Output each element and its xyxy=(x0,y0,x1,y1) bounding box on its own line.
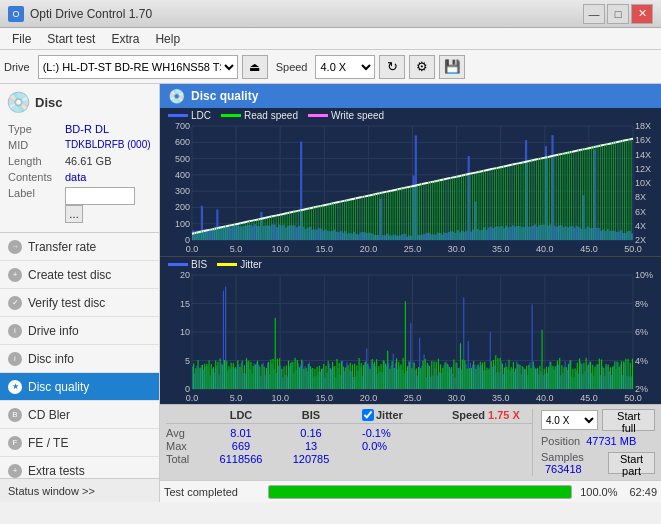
time-label: 62:49 xyxy=(629,486,657,498)
content-header-title: Disc quality xyxy=(191,89,258,103)
ldc-header: LDC xyxy=(206,409,276,421)
length-value: 46.61 GB xyxy=(65,154,151,168)
disc-quality-label: Disc quality xyxy=(28,380,89,394)
disc-quality-header-icon: 💿 xyxy=(168,88,185,104)
drive-label: Drive xyxy=(4,61,30,73)
jitter-check-container[interactable]: Jitter xyxy=(362,409,452,421)
sidebar-item-cd-bler[interactable]: B CD Bler xyxy=(0,401,159,429)
legend-bis-label: BIS xyxy=(191,259,207,270)
chart-bottom-legend: BIS Jitter xyxy=(168,259,262,270)
type-value: BD-R DL xyxy=(65,122,151,136)
legend-ldc: LDC xyxy=(168,110,211,121)
disc-info-icon: i xyxy=(8,352,22,366)
eject-button[interactable]: ⏏ xyxy=(242,55,268,79)
transfer-rate-label: Transfer rate xyxy=(28,240,96,254)
save-button[interactable]: 💾 xyxy=(439,55,465,79)
mid-label: MID xyxy=(8,138,63,152)
jitter-header: Jitter xyxy=(376,409,403,421)
drive-info-label: Drive info xyxy=(28,324,79,338)
menu-start-test[interactable]: Start test xyxy=(39,30,103,48)
verify-test-disc-icon: ✓ xyxy=(8,296,22,310)
sidebar-item-fe-te[interactable]: F FE / TE xyxy=(0,429,159,457)
cd-bler-label: CD Bler xyxy=(28,408,70,422)
label-label: Label xyxy=(8,186,63,224)
sidebar-item-disc-info[interactable]: i Disc info xyxy=(0,345,159,373)
stats-right-panel: 4.0 X Start full Position 47731 MB Sampl… xyxy=(532,409,655,476)
legend-jitter: Jitter xyxy=(217,259,262,270)
avg-label: Avg xyxy=(166,427,206,439)
sidebar-item-create-test-disc[interactable]: + Create test disc xyxy=(0,261,159,289)
progress-label: 100.0% xyxy=(580,486,617,498)
title-bar: O Opti Drive Control 1.70 — □ ✕ xyxy=(0,0,661,28)
drive-select[interactable]: (L:) HL-DT-ST BD-RE WH16NS58 TST4 xyxy=(38,55,238,79)
disc-panel: 💿 Disc Type BD-R DL MID TDKBLDRFB (000) … xyxy=(0,84,159,233)
position-label: Position xyxy=(541,435,580,447)
label-browse-button[interactable]: … xyxy=(65,205,83,223)
sidebar-item-transfer-rate[interactable]: → Transfer rate xyxy=(0,233,159,261)
status-window-button[interactable]: Status window >> xyxy=(0,478,159,502)
toolbar: Drive (L:) HL-DT-ST BD-RE WH16NS58 TST4 … xyxy=(0,50,661,84)
chart-top-legend: LDC Read speed Write speed xyxy=(168,110,384,121)
maximize-button[interactable]: □ xyxy=(607,4,629,24)
status-text: Test completed xyxy=(164,486,264,498)
menu-help[interactable]: Help xyxy=(147,30,188,48)
jitter-checkbox[interactable] xyxy=(362,409,374,421)
settings-button[interactable]: ⚙ xyxy=(409,55,435,79)
disc-section-label: Disc xyxy=(35,95,62,110)
content-header: 💿 Disc quality xyxy=(160,84,661,108)
stats-speed-select[interactable]: 4.0 X xyxy=(541,410,598,430)
create-test-disc-label: Create test disc xyxy=(28,268,111,282)
transfer-rate-icon: → xyxy=(8,240,22,254)
main-layout: 💿 Disc Type BD-R DL MID TDKBLDRFB (000) … xyxy=(0,84,661,502)
fe-te-label: FE / TE xyxy=(28,436,68,450)
stats-avg-row: Avg 8.01 0.16 -0.1% xyxy=(166,427,532,439)
drive-info-icon: i xyxy=(8,324,22,338)
start-part-button[interactable]: Start part xyxy=(608,452,655,474)
title-bar-controls: — □ ✕ xyxy=(583,4,653,24)
start-full-button[interactable]: Start full xyxy=(602,409,655,431)
status-window-label: Status window >> xyxy=(8,485,95,497)
fe-te-icon: F xyxy=(8,436,22,450)
legend-read-speed-label: Read speed xyxy=(244,110,298,121)
samples-start-row: Samples 763418 Start part xyxy=(541,451,655,475)
sidebar-item-disc-quality[interactable]: ★ Disc quality xyxy=(0,373,159,401)
label-input[interactable] xyxy=(65,187,135,205)
contents-value: data xyxy=(65,170,151,184)
chart-bottom: BIS Jitter xyxy=(160,257,661,405)
max-label: Max xyxy=(166,440,206,452)
max-ldc: 669 xyxy=(206,440,276,452)
verify-test-disc-label: Verify test disc xyxy=(28,296,105,310)
max-jitter: 0.0% xyxy=(362,440,452,452)
status-bar: Test completed 100.0% 62:49 xyxy=(160,480,661,502)
menu-file[interactable]: File xyxy=(4,30,39,48)
minimize-button[interactable]: — xyxy=(583,4,605,24)
legend-bis: BIS xyxy=(168,259,207,270)
menu-extra[interactable]: Extra xyxy=(103,30,147,48)
disc-info-label: Disc info xyxy=(28,352,74,366)
legend-write-speed-label: Write speed xyxy=(331,110,384,121)
total-bis: 120785 xyxy=(276,453,346,465)
legend-jitter-label: Jitter xyxy=(240,259,262,270)
legend-ldc-label: LDC xyxy=(191,110,211,121)
bis-header: BIS xyxy=(276,409,346,421)
disc-icon: 💿 xyxy=(6,90,31,114)
avg-bis: 0.16 xyxy=(276,427,346,439)
legend-write-speed: Write speed xyxy=(308,110,384,121)
disc-quality-icon: ★ xyxy=(8,380,22,394)
sidebar-item-drive-info[interactable]: i Drive info xyxy=(0,317,159,345)
chart-top: LDC Read speed Write speed xyxy=(160,108,661,257)
length-label: Length xyxy=(8,154,63,168)
sidebar-item-verify-test-disc[interactable]: ✓ Verify test disc xyxy=(0,289,159,317)
stats-row: LDC BIS Jitter Speed 1.75 X Avg 8.01 0. xyxy=(160,404,661,480)
speed-select[interactable]: 4.0 X xyxy=(315,55,375,79)
total-jitter xyxy=(362,453,452,465)
chart-container: LDC Read speed Write speed xyxy=(160,108,661,404)
content-area: 💿 Disc quality LDC Read speed xyxy=(160,84,661,502)
refresh-button[interactable]: ↻ xyxy=(379,55,405,79)
close-button[interactable]: ✕ xyxy=(631,4,653,24)
sidebar-item-extra-tests[interactable]: + Extra tests xyxy=(0,457,159,478)
total-label: Total xyxy=(166,453,206,465)
stats-total-row: Total 6118566 120785 xyxy=(166,453,532,465)
progress-bar xyxy=(269,486,571,498)
extra-tests-icon: + xyxy=(8,464,22,478)
